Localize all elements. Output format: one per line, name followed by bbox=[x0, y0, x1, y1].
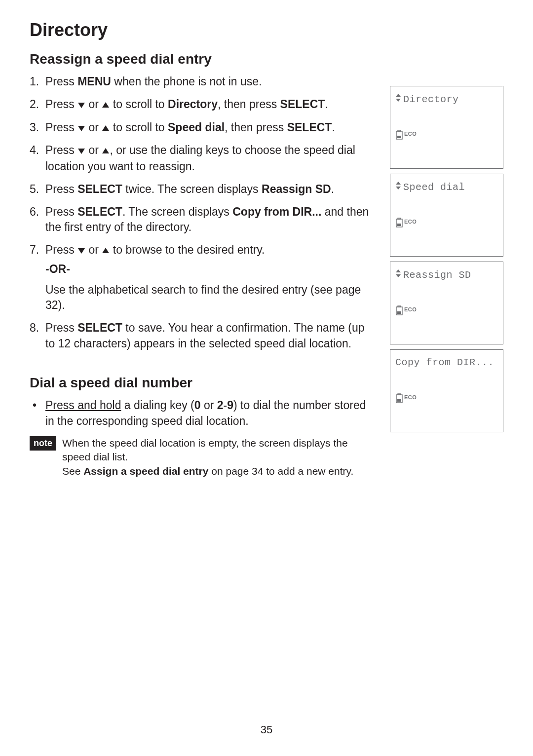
note-block: note When the speed dial location is emp… bbox=[30, 436, 375, 478]
svg-rect-12 bbox=[397, 136, 401, 138]
battery-icon bbox=[395, 130, 403, 143]
step-1: 1. Press MENU when the phone is not in u… bbox=[30, 74, 375, 90]
svg-marker-0 bbox=[78, 103, 85, 108]
lcd-text: Copy from DIR... bbox=[395, 357, 494, 368]
battery-icon bbox=[395, 305, 403, 318]
svg-marker-13 bbox=[396, 182, 401, 185]
down-arrow-icon bbox=[77, 143, 85, 159]
page-number: 35 bbox=[0, 723, 533, 736]
eco-label: ECO bbox=[404, 219, 417, 225]
eco-label: ECO bbox=[404, 394, 417, 400]
step-4: 4. Press or , or use the dialing keys to… bbox=[30, 143, 375, 175]
bullet-list: Press and hold a dialing key (0 or 2-9) … bbox=[30, 398, 375, 429]
svg-marker-18 bbox=[396, 269, 401, 272]
updown-icon bbox=[395, 269, 401, 281]
updown-icon bbox=[395, 93, 401, 105]
eco-label: ECO bbox=[404, 306, 417, 312]
note-badge: note bbox=[30, 436, 56, 451]
down-arrow-icon bbox=[77, 120, 85, 136]
lcd-screen-copy-from-dir: Copy from DIR... ECO bbox=[390, 349, 503, 432]
note-text: When the speed dial location is empty, t… bbox=[62, 436, 375, 478]
step-7-alt: Use the alphabetical search to find the … bbox=[45, 282, 375, 313]
section-heading-reassign: Reassign a speed dial entry bbox=[30, 51, 375, 67]
lcd-screen-reassign: Reassign SD ECO bbox=[390, 262, 503, 344]
svg-marker-6 bbox=[78, 248, 85, 254]
svg-rect-22 bbox=[397, 311, 401, 314]
svg-rect-17 bbox=[397, 224, 401, 226]
svg-marker-7 bbox=[102, 248, 109, 253]
eco-label: ECO bbox=[404, 131, 417, 137]
svg-marker-9 bbox=[396, 99, 401, 102]
step-7: 7. Press or to browse to the desired ent… bbox=[30, 242, 375, 313]
or-divider: -OR- bbox=[45, 262, 375, 277]
up-arrow-icon bbox=[102, 120, 110, 136]
step-3: 3. Press or to scroll to Speed dial, the… bbox=[30, 120, 375, 136]
svg-rect-25 bbox=[397, 399, 401, 402]
screens-column: Directory ECO Speed dial ECO Reassign SD bbox=[390, 51, 503, 478]
battery-icon bbox=[395, 218, 403, 230]
svg-marker-3 bbox=[102, 125, 109, 131]
bullet-item: Press and hold a dialing key (0 or 2-9) … bbox=[30, 398, 375, 429]
step-5: 5. Press SELECT twice. The screen displa… bbox=[30, 182, 375, 197]
lcd-screen-directory: Directory ECO bbox=[390, 86, 503, 169]
down-arrow-icon bbox=[77, 97, 85, 113]
steps-list: 1. Press MENU when the phone is not in u… bbox=[30, 74, 375, 351]
svg-marker-14 bbox=[396, 187, 401, 189]
svg-marker-5 bbox=[102, 148, 109, 153]
up-arrow-icon bbox=[102, 143, 110, 159]
svg-marker-1 bbox=[102, 102, 109, 108]
lcd-text: Speed dial bbox=[403, 182, 465, 193]
lcd-text: Directory bbox=[403, 94, 459, 105]
battery-icon bbox=[395, 393, 403, 406]
step-8: 8. Press SELECT to save. You hear a conf… bbox=[30, 320, 375, 351]
svg-marker-4 bbox=[78, 149, 85, 154]
page-title: Directory bbox=[30, 20, 503, 40]
svg-marker-8 bbox=[396, 94, 401, 97]
down-arrow-icon bbox=[77, 243, 85, 259]
lcd-text: Reassign SD bbox=[403, 269, 471, 281]
up-arrow-icon bbox=[102, 243, 110, 259]
step-6: 6. Press SELECT. The screen displays Cop… bbox=[30, 204, 375, 235]
lcd-screen-speed-dial: Speed dial ECO bbox=[390, 174, 503, 257]
step-2: 2. Press or to scroll to Directory, then… bbox=[30, 97, 375, 113]
updown-icon bbox=[395, 181, 401, 193]
section-heading-dial: Dial a speed dial number bbox=[30, 375, 375, 391]
svg-marker-19 bbox=[396, 274, 401, 277]
main-column: Reassign a speed dial entry 1. Press MEN… bbox=[30, 51, 375, 478]
svg-marker-2 bbox=[78, 126, 85, 131]
up-arrow-icon bbox=[102, 97, 110, 113]
